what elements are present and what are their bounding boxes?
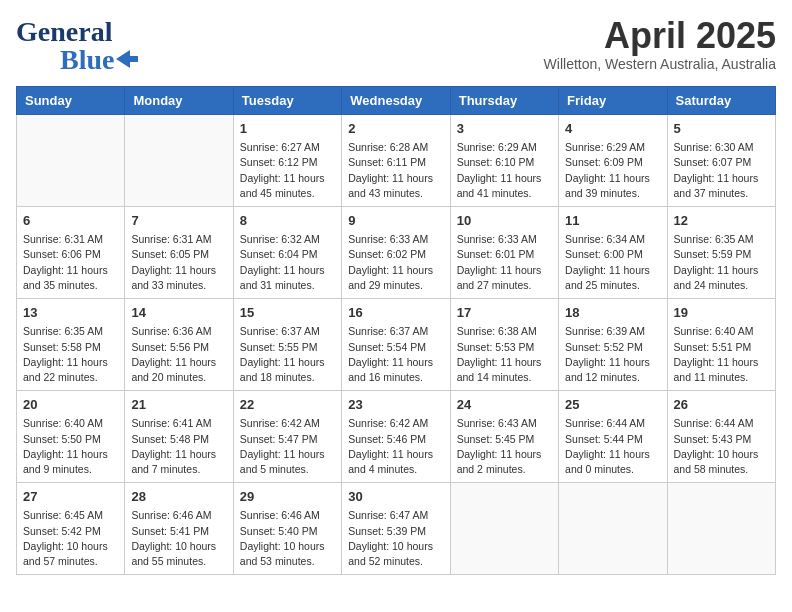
day-number: 30 [348, 488, 443, 506]
calendar-cell: 3Sunrise: 6:29 AM Sunset: 6:10 PM Daylig… [450, 115, 558, 207]
calendar-cell: 13Sunrise: 6:35 AM Sunset: 5:58 PM Dayli… [17, 299, 125, 391]
col-header-thursday: Thursday [450, 87, 558, 115]
calendar-cell: 11Sunrise: 6:34 AM Sunset: 6:00 PM Dayli… [559, 207, 667, 299]
col-header-sunday: Sunday [17, 87, 125, 115]
day-number: 3 [457, 120, 552, 138]
logo-arrow-icon [116, 50, 138, 68]
day-number: 28 [131, 488, 226, 506]
calendar-cell: 23Sunrise: 6:42 AM Sunset: 5:46 PM Dayli… [342, 391, 450, 483]
day-number: 25 [565, 396, 660, 414]
calendar-cell: 6Sunrise: 6:31 AM Sunset: 6:06 PM Daylig… [17, 207, 125, 299]
day-number: 1 [240, 120, 335, 138]
calendar-cell [125, 115, 233, 207]
day-detail: Sunrise: 6:44 AM Sunset: 5:43 PM Dayligh… [674, 416, 769, 477]
title-area: April 2025 Willetton, Western Australia,… [544, 16, 776, 72]
day-number: 18 [565, 304, 660, 322]
day-detail: Sunrise: 6:34 AM Sunset: 6:00 PM Dayligh… [565, 232, 660, 293]
day-number: 21 [131, 396, 226, 414]
calendar-cell: 25Sunrise: 6:44 AM Sunset: 5:44 PM Dayli… [559, 391, 667, 483]
day-number: 27 [23, 488, 118, 506]
calendar-cell: 15Sunrise: 6:37 AM Sunset: 5:55 PM Dayli… [233, 299, 341, 391]
day-number: 24 [457, 396, 552, 414]
day-number: 12 [674, 212, 769, 230]
day-detail: Sunrise: 6:27 AM Sunset: 6:12 PM Dayligh… [240, 140, 335, 201]
calendar-cell: 17Sunrise: 6:38 AM Sunset: 5:53 PM Dayli… [450, 299, 558, 391]
day-detail: Sunrise: 6:31 AM Sunset: 6:06 PM Dayligh… [23, 232, 118, 293]
day-detail: Sunrise: 6:40 AM Sunset: 5:51 PM Dayligh… [674, 324, 769, 385]
day-detail: Sunrise: 6:46 AM Sunset: 5:40 PM Dayligh… [240, 508, 335, 569]
calendar-cell: 18Sunrise: 6:39 AM Sunset: 5:52 PM Dayli… [559, 299, 667, 391]
calendar-cell: 20Sunrise: 6:40 AM Sunset: 5:50 PM Dayli… [17, 391, 125, 483]
svg-marker-0 [116, 50, 138, 68]
day-number: 7 [131, 212, 226, 230]
day-detail: Sunrise: 6:42 AM Sunset: 5:47 PM Dayligh… [240, 416, 335, 477]
day-detail: Sunrise: 6:37 AM Sunset: 5:54 PM Dayligh… [348, 324, 443, 385]
calendar-cell: 29Sunrise: 6:46 AM Sunset: 5:40 PM Dayli… [233, 483, 341, 575]
day-detail: Sunrise: 6:47 AM Sunset: 5:39 PM Dayligh… [348, 508, 443, 569]
day-number: 10 [457, 212, 552, 230]
calendar-cell: 19Sunrise: 6:40 AM Sunset: 5:51 PM Dayli… [667, 299, 775, 391]
calendar-header-row: SundayMondayTuesdayWednesdayThursdayFrid… [17, 87, 776, 115]
calendar-cell: 21Sunrise: 6:41 AM Sunset: 5:48 PM Dayli… [125, 391, 233, 483]
day-number: 17 [457, 304, 552, 322]
logo: General Blue [16, 16, 138, 76]
calendar-week-row: 13Sunrise: 6:35 AM Sunset: 5:58 PM Dayli… [17, 299, 776, 391]
day-detail: Sunrise: 6:37 AM Sunset: 5:55 PM Dayligh… [240, 324, 335, 385]
day-number: 26 [674, 396, 769, 414]
calendar-week-row: 6Sunrise: 6:31 AM Sunset: 6:06 PM Daylig… [17, 207, 776, 299]
day-detail: Sunrise: 6:46 AM Sunset: 5:41 PM Dayligh… [131, 508, 226, 569]
day-number: 9 [348, 212, 443, 230]
day-detail: Sunrise: 6:29 AM Sunset: 6:10 PM Dayligh… [457, 140, 552, 201]
day-detail: Sunrise: 6:28 AM Sunset: 6:11 PM Dayligh… [348, 140, 443, 201]
day-detail: Sunrise: 6:38 AM Sunset: 5:53 PM Dayligh… [457, 324, 552, 385]
day-number: 19 [674, 304, 769, 322]
col-header-friday: Friday [559, 87, 667, 115]
day-number: 11 [565, 212, 660, 230]
calendar-cell: 8Sunrise: 6:32 AM Sunset: 6:04 PM Daylig… [233, 207, 341, 299]
day-detail: Sunrise: 6:45 AM Sunset: 5:42 PM Dayligh… [23, 508, 118, 569]
day-detail: Sunrise: 6:30 AM Sunset: 6:07 PM Dayligh… [674, 140, 769, 201]
day-detail: Sunrise: 6:44 AM Sunset: 5:44 PM Dayligh… [565, 416, 660, 477]
page-header: General Blue April 2025 Willetton, Weste… [16, 16, 776, 76]
calendar-cell: 26Sunrise: 6:44 AM Sunset: 5:43 PM Dayli… [667, 391, 775, 483]
col-header-monday: Monday [125, 87, 233, 115]
day-detail: Sunrise: 6:31 AM Sunset: 6:05 PM Dayligh… [131, 232, 226, 293]
calendar-cell [667, 483, 775, 575]
calendar-cell: 12Sunrise: 6:35 AM Sunset: 5:59 PM Dayli… [667, 207, 775, 299]
calendar-cell: 16Sunrise: 6:37 AM Sunset: 5:54 PM Dayli… [342, 299, 450, 391]
day-detail: Sunrise: 6:42 AM Sunset: 5:46 PM Dayligh… [348, 416, 443, 477]
calendar-cell: 24Sunrise: 6:43 AM Sunset: 5:45 PM Dayli… [450, 391, 558, 483]
day-number: 8 [240, 212, 335, 230]
calendar-week-row: 1Sunrise: 6:27 AM Sunset: 6:12 PM Daylig… [17, 115, 776, 207]
calendar-cell [559, 483, 667, 575]
calendar-cell: 5Sunrise: 6:30 AM Sunset: 6:07 PM Daylig… [667, 115, 775, 207]
day-number: 13 [23, 304, 118, 322]
day-detail: Sunrise: 6:32 AM Sunset: 6:04 PM Dayligh… [240, 232, 335, 293]
calendar-cell [450, 483, 558, 575]
day-number: 5 [674, 120, 769, 138]
day-number: 15 [240, 304, 335, 322]
day-number: 22 [240, 396, 335, 414]
location-subtitle: Willetton, Western Australia, Australia [544, 56, 776, 72]
calendar-table: SundayMondayTuesdayWednesdayThursdayFrid… [16, 86, 776, 575]
day-detail: Sunrise: 6:39 AM Sunset: 5:52 PM Dayligh… [565, 324, 660, 385]
day-detail: Sunrise: 6:35 AM Sunset: 5:59 PM Dayligh… [674, 232, 769, 293]
col-header-saturday: Saturday [667, 87, 775, 115]
calendar-cell: 9Sunrise: 6:33 AM Sunset: 6:02 PM Daylig… [342, 207, 450, 299]
day-detail: Sunrise: 6:33 AM Sunset: 6:02 PM Dayligh… [348, 232, 443, 293]
calendar-cell: 30Sunrise: 6:47 AM Sunset: 5:39 PM Dayli… [342, 483, 450, 575]
month-title: April 2025 [544, 16, 776, 56]
col-header-wednesday: Wednesday [342, 87, 450, 115]
day-detail: Sunrise: 6:36 AM Sunset: 5:56 PM Dayligh… [131, 324, 226, 385]
calendar-cell: 22Sunrise: 6:42 AM Sunset: 5:47 PM Dayli… [233, 391, 341, 483]
day-number: 2 [348, 120, 443, 138]
day-detail: Sunrise: 6:41 AM Sunset: 5:48 PM Dayligh… [131, 416, 226, 477]
calendar-cell: 7Sunrise: 6:31 AM Sunset: 6:05 PM Daylig… [125, 207, 233, 299]
col-header-tuesday: Tuesday [233, 87, 341, 115]
day-detail: Sunrise: 6:33 AM Sunset: 6:01 PM Dayligh… [457, 232, 552, 293]
calendar-cell: 14Sunrise: 6:36 AM Sunset: 5:56 PM Dayli… [125, 299, 233, 391]
day-number: 16 [348, 304, 443, 322]
calendar-week-row: 20Sunrise: 6:40 AM Sunset: 5:50 PM Dayli… [17, 391, 776, 483]
calendar-cell: 28Sunrise: 6:46 AM Sunset: 5:41 PM Dayli… [125, 483, 233, 575]
day-number: 20 [23, 396, 118, 414]
